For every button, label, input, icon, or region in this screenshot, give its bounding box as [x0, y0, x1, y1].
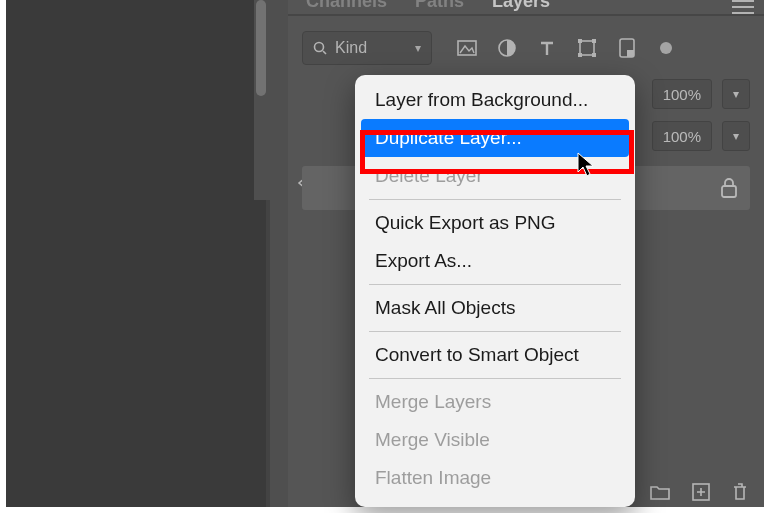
svg-rect-12 [722, 186, 736, 197]
svg-rect-8 [592, 53, 596, 57]
filter-toggle-dot[interactable] [660, 42, 672, 54]
menu-separator [369, 199, 621, 200]
svg-point-0 [315, 43, 324, 52]
new-group-icon[interactable] [650, 484, 670, 500]
kind-label: Kind [335, 39, 367, 57]
shape-filter-icon[interactable] [576, 37, 598, 59]
adjustment-filter-icon[interactable] [496, 37, 518, 59]
svg-rect-4 [580, 41, 594, 55]
fill-chevron[interactable]: ▾ [722, 121, 750, 151]
document-canvas[interactable] [6, 0, 266, 507]
svg-rect-7 [578, 53, 582, 57]
kind-select[interactable]: Kind ▾ [302, 31, 432, 65]
menu-separator [369, 378, 621, 379]
menu-quick-export-png[interactable]: Quick Export as PNG [355, 204, 635, 242]
smartobject-filter-icon[interactable] [616, 37, 638, 59]
menu-merge-layers: Merge Layers [355, 383, 635, 421]
menu-export-as[interactable]: Export As... [355, 242, 635, 280]
svg-rect-10 [627, 50, 634, 57]
panel-gap [270, 0, 288, 507]
canvas-scrollbar[interactable] [254, 0, 270, 200]
panel-tabs: Channels Paths Layers [288, 0, 764, 12]
pixel-filter-icon[interactable] [456, 37, 478, 59]
lock-icon[interactable] [720, 178, 738, 198]
menu-mask-all-objects[interactable]: Mask All Objects [355, 289, 635, 327]
menu-flatten-image: Flatten Image [355, 459, 635, 497]
new-layer-icon[interactable] [692, 483, 710, 501]
tabs-divider [288, 14, 764, 16]
filter-icons [456, 37, 672, 59]
panel-menu-icon[interactable] [732, 0, 754, 14]
svg-line-1 [323, 51, 326, 54]
tab-paths[interactable]: Paths [415, 0, 464, 12]
scrollbar-thumb[interactable] [256, 0, 266, 96]
menu-merge-visible: Merge Visible [355, 421, 635, 459]
tab-layers[interactable]: Layers [492, 0, 550, 12]
menu-duplicate-layer[interactable]: Duplicate Layer... [361, 119, 629, 157]
menu-separator [369, 284, 621, 285]
tab-channels[interactable]: Channels [306, 0, 387, 12]
menu-convert-smart-object[interactable]: Convert to Smart Object [355, 336, 635, 374]
opacity-value[interactable]: 100% [652, 79, 712, 109]
menu-layer-from-background[interactable]: Layer from Background... [355, 81, 635, 119]
svg-rect-5 [578, 39, 582, 43]
layer-context-menu: Layer from Background... Duplicate Layer… [355, 75, 635, 507]
fill-value[interactable]: 100% [652, 121, 712, 151]
layer-filter-row: Kind ▾ [302, 30, 750, 66]
type-filter-icon[interactable] [536, 37, 558, 59]
opacity-chevron[interactable]: ▾ [722, 79, 750, 109]
search-icon [313, 41, 327, 55]
delete-layer-icon[interactable] [732, 482, 748, 502]
chevron-down-icon: ▾ [415, 41, 421, 55]
menu-delete-layer: Delete Layer [355, 157, 635, 195]
menu-separator [369, 331, 621, 332]
svg-rect-6 [592, 39, 596, 43]
